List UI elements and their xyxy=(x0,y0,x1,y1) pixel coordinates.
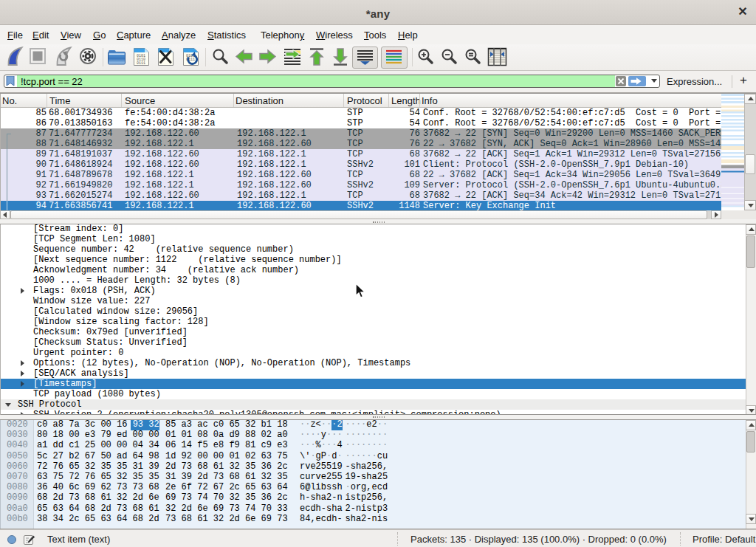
svg-text:0111: 0111 xyxy=(137,61,145,66)
